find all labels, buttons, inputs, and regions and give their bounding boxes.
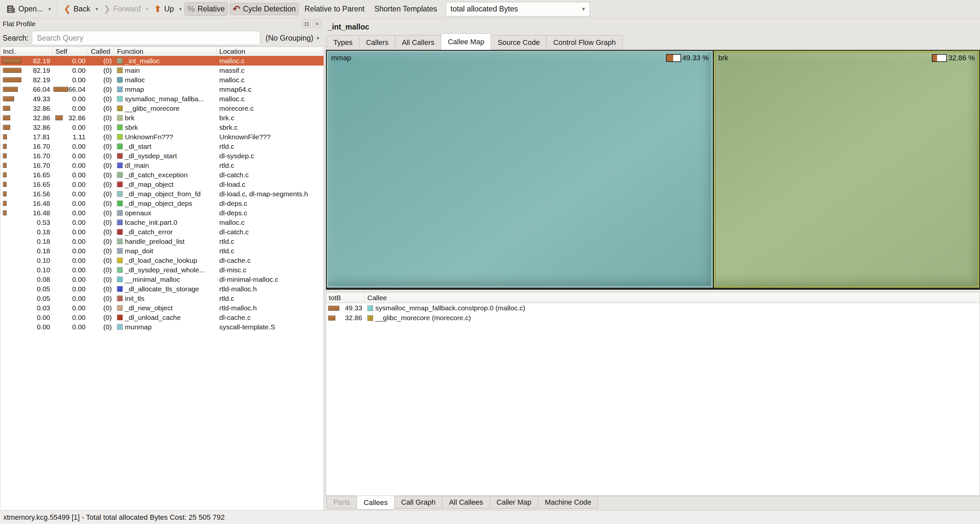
open-button[interactable]: Open... <box>3 3 46 16</box>
tab-control-flow-graph[interactable]: Control Flow Graph <box>546 35 623 49</box>
table-row[interactable]: 16.70 0.00 (0) _dl_sysdep_start dl-sysde… <box>0 151 323 160</box>
table-row[interactable]: 49.33 0.00 (0) sysmalloc_mmap_fallba... … <box>0 94 323 103</box>
table-row[interactable]: 0.00 0.00 (0) munmap syscall-template.S <box>0 322 323 332</box>
treemap-block-brk[interactable]: brk 32.86 % <box>714 51 979 288</box>
treemap-block-percent: 32.86 % <box>948 54 975 62</box>
tab-source-code[interactable]: Source Code <box>491 35 546 49</box>
column-header-self[interactable]: Self <box>53 47 88 56</box>
bottom-tab-parts[interactable]: Parts <box>326 496 357 508</box>
column-header-totb[interactable]: totB <box>326 293 365 303</box>
location-value: dl-catch.c <box>219 228 249 236</box>
up-button[interactable]: ⬆ Up <box>151 2 177 16</box>
bottom-tab-call-graph[interactable]: Call Graph <box>394 496 442 508</box>
column-header-called[interactable]: Called <box>88 47 115 56</box>
cycle-detection-button[interactable]: ↶ Cycle Detection <box>230 3 299 15</box>
bottom-tab-callees[interactable]: Callees <box>356 496 394 510</box>
table-row[interactable]: 0.10 0.00 (0) _dl_load_cache_lookup dl-c… <box>0 256 323 265</box>
function-name: _dl_map_object_deps <box>125 200 192 208</box>
back-button[interactable]: ❮ Back <box>61 3 93 16</box>
incl-cell: 16.70 <box>0 151 53 160</box>
callee-list-rows: 49.33 sysmalloc_mmap_fallback.constprop.… <box>326 303 980 323</box>
function-cell: _dl_load_cache_lookup <box>115 256 216 265</box>
relative-label: Relative <box>198 5 225 13</box>
table-row[interactable]: 82.19 0.00 (0) malloc malloc.c <box>0 75 323 84</box>
dock-float-button[interactable] <box>302 20 311 28</box>
function-name: _dl_load_cache_lookup <box>125 257 197 264</box>
callee-list-header: totB Callee <box>326 293 980 303</box>
incl-value: 66.04 <box>33 86 50 94</box>
table-row[interactable]: 32.86 32.86 (0) brk brk.c <box>0 113 323 122</box>
event-type-combobox[interactable]: total allocated Bytes ▾ <box>446 2 590 16</box>
table-row[interactable]: 16.65 0.00 (0) _dl_catch_exception dl-ca… <box>0 170 323 179</box>
location-cell: rtld.c <box>216 141 323 151</box>
table-row[interactable]: 0.18 0.00 (0) handle_preload_list rtld.c <box>0 237 323 246</box>
table-row[interactable]: 32.86 0.00 (0) sbrk sbrk.c <box>0 122 323 132</box>
callee-row[interactable]: 32.86 __glibc_morecore (morecore.c) <box>326 313 980 323</box>
column-header-incl[interactable]: Incl. <box>0 47 53 56</box>
back-dropdown-arrow[interactable]: ▾ <box>95 6 99 12</box>
relative-toggle-button[interactable]: % Relative <box>185 2 228 16</box>
incl-cell: 66.04 <box>0 84 53 94</box>
table-row[interactable]: 82.19 0.00 (0) _int_malloc malloc.c <box>0 56 323 65</box>
grouping-combobox[interactable]: (No Grouping) ▾ <box>264 34 321 43</box>
incl-value: 0.53 <box>37 219 50 226</box>
table-row[interactable]: 0.08 0.00 (0) __minimal_malloc dl-minima… <box>0 275 323 284</box>
tab-types[interactable]: Types <box>326 35 360 49</box>
table-row[interactable]: 16.65 0.00 (0) _dl_map_object dl-load.c <box>0 179 323 189</box>
column-header-location[interactable]: Location <box>216 47 323 56</box>
cycle-arrow-icon: ↶ <box>233 6 240 13</box>
dock-close-button[interactable]: ✕ <box>313 20 321 28</box>
self-value: 0.00 <box>72 162 86 170</box>
function-color-icon <box>117 210 123 216</box>
table-row[interactable]: 0.18 0.00 (0) map_doit rtld.c <box>0 246 323 256</box>
function-name: _dl_new_object <box>125 304 173 312</box>
table-row[interactable]: 16.48 0.00 (0) openaux dl-deps.c <box>0 208 323 218</box>
bottom-tab-machine-code[interactable]: Machine Code <box>538 496 598 508</box>
called-cell: (0) <box>88 75 115 84</box>
table-row[interactable]: 16.48 0.00 (0) _dl_map_object_deps dl-de… <box>0 198 323 208</box>
table-row[interactable]: 16.70 0.00 (0) dl_main rtld.c <box>0 160 323 170</box>
function-cell: _dl_unload_cache <box>115 313 216 322</box>
tab-callee-map[interactable]: Callee Map <box>441 33 491 50</box>
function-color-icon <box>117 200 123 206</box>
table-row[interactable]: 16.70 0.00 (0) _dl_start rtld.c <box>0 141 323 151</box>
self-value: 66.04 <box>68 86 86 94</box>
flat-profile-header: Incl. Self Called Function Location <box>0 47 323 56</box>
bottom-tab-caller-map[interactable]: Caller Map <box>490 496 538 508</box>
table-row[interactable]: 0.05 0.00 (0) _dl_allocate_tls_storage r… <box>0 284 323 294</box>
treemap-block-mmap[interactable]: mmap 49.33 % <box>327 51 713 288</box>
self-value: 0.00 <box>72 152 86 160</box>
shorten-templates-toggle[interactable]: Shorten Templates <box>371 5 441 13</box>
forward-dropdown-arrow[interactable]: ▾ <box>146 6 150 12</box>
table-row[interactable]: 0.10 0.00 (0) _dl_sysdep_read_whole... d… <box>0 265 323 275</box>
table-row[interactable]: 0.00 0.00 (0) _dl_unload_cache dl-cache.… <box>0 313 323 322</box>
open-dropdown-arrow[interactable]: ▾ <box>48 6 51 12</box>
table-row[interactable]: 17.81 1.11 (0) UnknownFn??? UnknownFile?… <box>0 132 323 141</box>
table-row[interactable]: 0.18 0.00 (0) _dl_catch_error dl-catch.c <box>0 227 323 237</box>
callee-row[interactable]: 49.33 sysmalloc_mmap_fallback.constprop.… <box>326 303 980 313</box>
up-dropdown-arrow[interactable]: ▾ <box>179 6 183 12</box>
table-row[interactable]: 0.03 0.00 (0) _dl_new_object rtld-malloc… <box>0 303 323 313</box>
table-row[interactable]: 66.04 66.04 (0) mmap mmap64.c <box>0 84 323 94</box>
cycle-detection-label: Cycle Detection <box>243 5 296 13</box>
forward-button[interactable]: ❯ Forward <box>100 3 143 16</box>
table-row[interactable]: 32.86 0.00 (0) __glibc_morecore morecore… <box>0 103 323 113</box>
table-row[interactable]: 16.56 0.00 (0) _dl_map_object_from_fd dl… <box>0 189 323 198</box>
map-list-splitter[interactable] <box>326 290 980 292</box>
incl-value: 16.70 <box>33 162 50 170</box>
bottom-tab-all-callees[interactable]: All Callees <box>442 496 490 508</box>
column-header-callee[interactable]: Callee <box>365 293 390 303</box>
table-row[interactable]: 0.53 0.00 (0) tcache_init.part.0 malloc.… <box>0 218 323 227</box>
incl-cost-bar-icon <box>3 87 18 92</box>
incl-cell: 16.56 <box>0 189 53 198</box>
function-name: _dl_start <box>125 143 151 151</box>
table-row[interactable]: 0.05 0.00 (0) init_tls rtld.c <box>0 294 323 303</box>
table-row[interactable]: 82.19 0.00 (0) main massif.c <box>0 65 323 75</box>
tab-callers[interactable]: Callers <box>359 35 395 49</box>
relative-to-parent-toggle[interactable]: Relative to Parent <box>301 5 368 13</box>
called-cell: (0) <box>88 65 115 75</box>
self-cell: 0.00 <box>53 160 88 170</box>
tab-all-callers[interactable]: All Callers <box>395 35 441 49</box>
column-header-function[interactable]: Function <box>115 47 216 56</box>
search-input[interactable]: Search Query <box>32 31 260 45</box>
